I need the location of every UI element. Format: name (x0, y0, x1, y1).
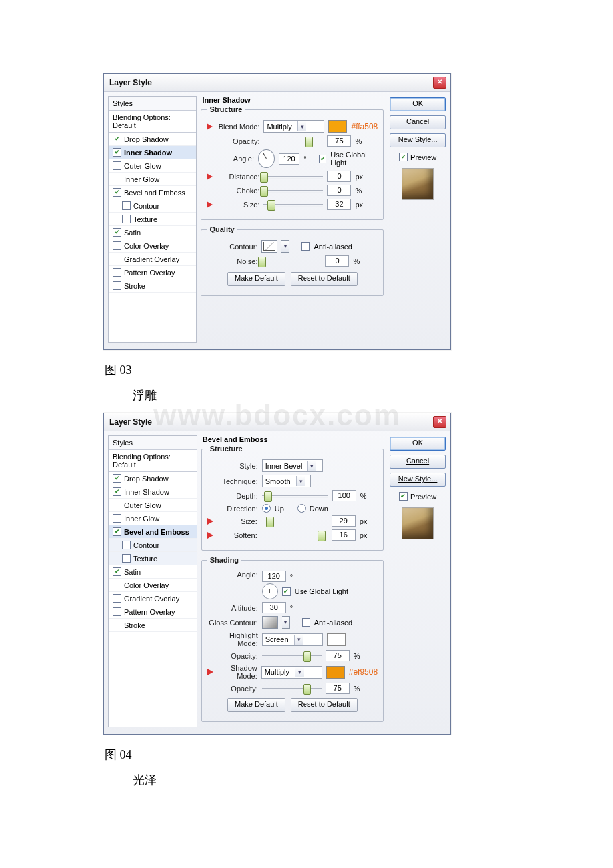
checkbox-icon[interactable] (113, 161, 121, 170)
size-slider[interactable] (261, 517, 328, 526)
chevron-down-icon[interactable]: ▾ (281, 240, 289, 253)
blend-mode-select[interactable]: Multiply ▾ (263, 120, 324, 133)
choke-slider[interactable] (263, 186, 323, 195)
checkbox-icon[interactable] (113, 268, 121, 277)
noise-slider[interactable] (261, 257, 321, 266)
checkbox-icon[interactable] (122, 201, 131, 210)
checkbox-icon[interactable] (113, 281, 121, 290)
direction-up-radio[interactable] (262, 504, 271, 513)
checkbox-icon[interactable] (113, 594, 121, 603)
style-bevel-emboss[interactable]: Bevel and Emboss (109, 525, 197, 539)
style-inner-shadow[interactable]: Inner Shadow (109, 146, 196, 159)
antialiased-checkbox[interactable] (301, 242, 310, 251)
new-style-button[interactable]: New Style... (390, 473, 446, 487)
checkbox-icon[interactable] (122, 215, 131, 223)
style-drop-shadow[interactable]: Drop Shadow (109, 133, 196, 146)
checkbox-icon[interactable] (113, 148, 121, 157)
size-slider[interactable] (263, 200, 323, 209)
checkbox-icon[interactable] (113, 581, 121, 589)
style-outer-glow[interactable]: Outer Glow (109, 499, 197, 512)
checkbox-icon[interactable] (113, 621, 121, 629)
style-satin[interactable]: Satin (109, 565, 197, 579)
cancel-button[interactable]: Cancel (390, 455, 446, 469)
global-light-checkbox[interactable] (282, 587, 291, 596)
style-color-overlay[interactable]: Color Overlay (109, 579, 197, 592)
bevel-style-select[interactable]: Inner Bevel ▾ (262, 459, 323, 472)
distance-value[interactable]: 0 (327, 171, 351, 182)
close-icon[interactable]: ✕ (433, 77, 446, 89)
style-color-overlay[interactable]: Color Overlay (109, 239, 196, 253)
new-style-button[interactable]: New Style... (390, 133, 446, 147)
checkbox-icon[interactable] (122, 554, 131, 563)
gloss-contour-preview[interactable] (262, 616, 278, 629)
checkbox-icon[interactable] (113, 527, 121, 536)
make-default-button[interactable]: Make Default (227, 272, 285, 286)
depth-value[interactable]: 100 (332, 490, 356, 501)
checkbox-icon[interactable] (113, 501, 121, 509)
preview-checkbox[interactable] (399, 492, 408, 501)
opacity-value[interactable]: 75 (327, 135, 351, 147)
color-swatch[interactable] (328, 120, 347, 133)
ok-button[interactable]: OK (390, 437, 446, 451)
style-pattern-overlay[interactable]: Pattern Overlay (109, 605, 197, 619)
style-gradient-overlay[interactable]: Gradient Overlay (109, 592, 197, 605)
close-icon[interactable]: ✕ (433, 416, 446, 428)
sh-opacity-slider[interactable] (262, 684, 322, 693)
style-drop-shadow[interactable]: Drop Shadow (109, 472, 197, 485)
checkbox-icon[interactable] (113, 175, 121, 183)
checkbox-icon[interactable] (113, 188, 121, 197)
checkbox-icon[interactable] (113, 228, 121, 237)
style-contour[interactable]: Contour (109, 199, 196, 213)
hl-opacity-value[interactable]: 75 (326, 650, 350, 661)
altitude-value[interactable]: 30 (262, 602, 286, 613)
style-stroke[interactable]: Stroke (109, 279, 196, 293)
style-texture[interactable]: Texture (109, 552, 197, 565)
global-light-checkbox[interactable] (319, 155, 327, 163)
style-inner-glow[interactable]: Inner Glow (109, 512, 197, 525)
style-bevel-emboss[interactable]: Bevel and Emboss (109, 186, 196, 199)
shadow-color-swatch[interactable] (326, 666, 345, 679)
angle-dial[interactable] (258, 149, 275, 168)
size-value[interactable]: 32 (327, 199, 351, 210)
style-contour[interactable]: Contour (109, 539, 197, 552)
ok-button[interactable]: OK (390, 97, 446, 111)
sh-opacity-value[interactable]: 75 (326, 683, 350, 694)
noise-value[interactable]: 0 (325, 255, 349, 267)
checkbox-icon[interactable] (113, 255, 121, 263)
style-satin[interactable]: Satin (109, 226, 196, 239)
angle-value[interactable]: 120 (279, 153, 300, 165)
highlight-color-swatch[interactable] (327, 633, 346, 646)
choke-value[interactable]: 0 (327, 185, 351, 196)
angle-altitude-dial[interactable] (262, 583, 278, 599)
style-inner-glow[interactable]: Inner Glow (109, 173, 196, 186)
checkbox-icon[interactable] (113, 567, 121, 576)
checkbox-icon[interactable] (113, 241, 121, 250)
cancel-button[interactable]: Cancel (390, 115, 446, 129)
blending-options-row[interactable]: Blending Options: Default (109, 450, 197, 472)
style-outer-glow[interactable]: Outer Glow (109, 159, 196, 173)
style-texture[interactable]: Texture (109, 213, 196, 226)
highlight-mode-select[interactable]: Screen ▾ (262, 633, 323, 646)
checkbox-icon[interactable] (113, 607, 121, 616)
styles-header[interactable]: Styles (109, 97, 196, 111)
reset-default-button[interactable]: Reset to Default (291, 272, 358, 286)
soften-slider[interactable] (261, 531, 328, 540)
style-stroke[interactable]: Stroke (109, 619, 197, 632)
distance-slider[interactable] (263, 172, 323, 181)
checkbox-icon[interactable] (113, 514, 121, 523)
antialiased-checkbox[interactable] (302, 618, 310, 627)
style-inner-shadow[interactable]: Inner Shadow (109, 485, 197, 499)
angle-value[interactable]: 120 (262, 571, 286, 582)
chevron-down-icon[interactable]: ▾ (282, 616, 290, 629)
technique-select[interactable]: Smooth ▾ (262, 475, 311, 487)
make-default-button[interactable]: Make Default (227, 698, 285, 712)
checkbox-icon[interactable] (113, 487, 121, 496)
styles-header[interactable]: Styles (109, 436, 197, 450)
soften-value[interactable]: 16 (332, 529, 356, 541)
reset-default-button[interactable]: Reset to Default (291, 698, 358, 712)
depth-slider[interactable] (262, 491, 328, 501)
shadow-mode-select[interactable]: Multiply ▾ (261, 666, 322, 679)
style-gradient-overlay[interactable]: Gradient Overlay (109, 253, 196, 266)
contour-preview[interactable] (261, 240, 277, 253)
checkbox-icon[interactable] (113, 474, 121, 483)
